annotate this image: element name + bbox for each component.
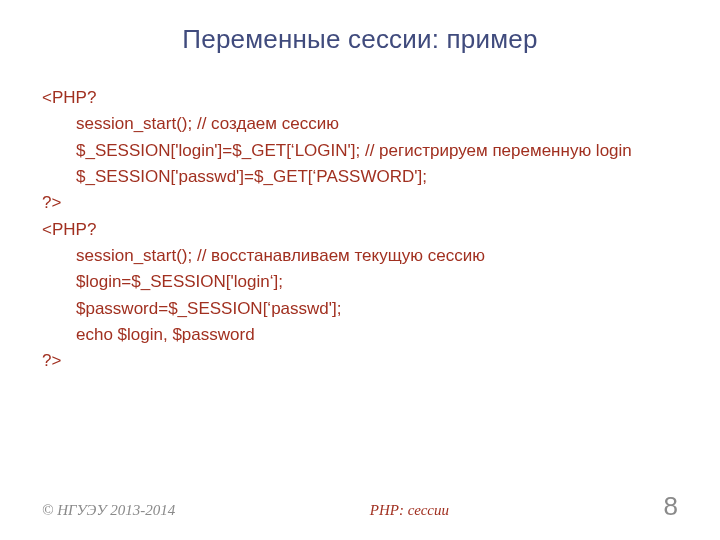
footer: © НГУЭУ 2013-2014 PHP: сессии 8 [0, 491, 720, 522]
code-line: ?> [42, 348, 678, 374]
footer-topic: PHP: сессии [165, 502, 653, 519]
code-line: $_SESSION['passwd']=$_GET[‘PASSWORD']; [42, 164, 678, 190]
code-line: <PHP? [42, 217, 678, 243]
page-title: Переменные сессии: пример [42, 24, 678, 55]
code-line: $_SESSION['login']=$_GET[‘LOGIN']; // ре… [42, 138, 678, 164]
code-line: ?> [42, 190, 678, 216]
code-line: session_start(); // создаем сессию [42, 111, 678, 137]
page-number: 8 [664, 491, 678, 522]
slide: Переменные сессии: пример <PHP? session_… [0, 0, 720, 540]
code-line: session_start(); // восстанавливаем теку… [42, 243, 678, 269]
code-line: <PHP? [42, 85, 678, 111]
code-line: $password=$_SESSION[‘passwd']; [42, 296, 678, 322]
code-line: echo $login, $password [42, 322, 678, 348]
code-block: <PHP? session_start(); // создаем сессию… [42, 85, 678, 375]
code-line: $login=$_SESSION['login‘]; [42, 269, 678, 295]
footer-copyright: © НГУЭУ 2013-2014 [42, 502, 175, 519]
